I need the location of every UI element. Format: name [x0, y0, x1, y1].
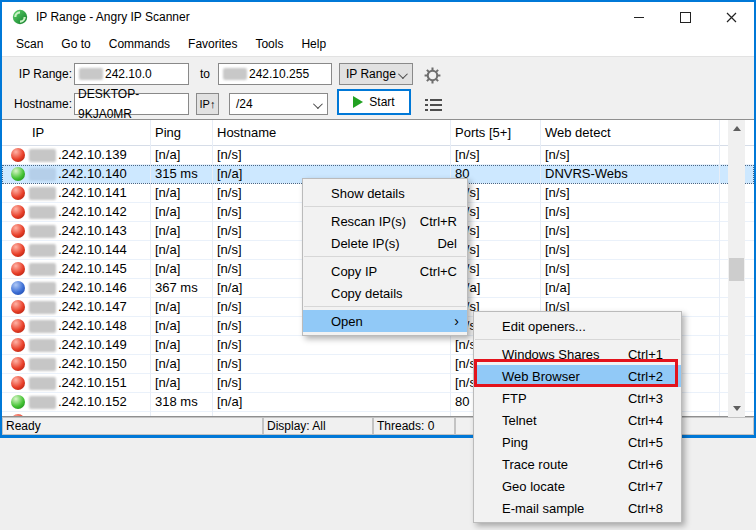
open-submenu-item-telnet-label: Telnet: [502, 413, 628, 428]
column-header-hostname[interactable]: Hostname: [212, 120, 455, 145]
hostname-label: Hostname:: [2, 93, 72, 115]
context-menu-item-delete-ip-s[interactable]: Delete IP(s)Del: [303, 232, 467, 254]
red-status-orb-icon: [11, 186, 25, 200]
menu-separator: [304, 306, 466, 307]
column-header-ports-5[interactable]: Ports [5+]: [450, 120, 545, 145]
title-bar[interactable]: IP Range - Angry IP Scanner: [2, 2, 754, 33]
vertical-scrollbar[interactable]: [728, 120, 745, 417]
chevron-down-icon: [398, 69, 408, 79]
cell-web-detect: [n/s]: [545, 203, 570, 221]
open-submenu-item-ping[interactable]: PingCtrl+5: [474, 431, 681, 453]
cell-ping: [n/a]: [155, 222, 180, 240]
open-submenu-item-web-browser-shortcut: Ctrl+2: [628, 369, 663, 384]
cell-web-detect: DNVRS-Webs: [545, 165, 628, 183]
cell-ip: .242.10.150: [58, 355, 127, 373]
context-menu-item-open[interactable]: Open›: [303, 310, 467, 332]
menubar-item-scan[interactable]: Scan: [7, 33, 52, 56]
table-row-242-10-139[interactable]: .242.10.139[n/a][n/s][n/s][n/s]: [2, 146, 754, 165]
red-status-orb-icon: [11, 243, 25, 257]
open-submenu-item-telnet-shortcut: Ctrl+4: [628, 413, 663, 428]
redacted-ip-prefix: [29, 377, 56, 390]
column-header-ping[interactable]: Ping: [150, 120, 217, 145]
ip-from-input[interactable]: 242.10.0: [74, 63, 189, 85]
cell-ip: .242.10.147: [58, 298, 127, 316]
open-submenu-item-web-browser[interactable]: Web BrowserCtrl+2: [474, 365, 681, 387]
close-icon: [726, 12, 737, 23]
context-menu-item-copy-details[interactable]: Copy details: [303, 282, 467, 304]
cell-ping: [n/a]: [155, 336, 180, 354]
red-status-orb-icon: [11, 205, 25, 219]
fetchers-button[interactable]: [423, 97, 443, 113]
open-submenu-item-trace-route[interactable]: Trace routeCtrl+6: [474, 453, 681, 475]
menubar-item-favorites[interactable]: Favorites: [179, 33, 246, 56]
menubar-item-go-to[interactable]: Go to: [52, 33, 99, 56]
netmask-value: /24: [236, 97, 253, 111]
context-menu-item-copy-details-label: Copy details: [331, 286, 457, 301]
open-submenu: Edit openers...Windows SharesCtrl+1Web B…: [473, 311, 682, 523]
menu-bar: ScanGo toCommandsFavoritesToolsHelp: [2, 33, 754, 56]
cell-ping: [n/a]: [155, 146, 180, 164]
redacted-ip-prefix: [29, 244, 56, 257]
open-submenu-item-edit-openers[interactable]: Edit openers...: [474, 315, 681, 337]
open-submenu-item-geo-locate-label: Geo locate: [502, 479, 628, 494]
scroll-down-button[interactable]: [728, 400, 745, 417]
feeder-select[interactable]: IP Range: [339, 63, 413, 85]
open-submenu-item-ftp-label: FTP: [502, 391, 628, 406]
cell-ip: .242.10.142: [58, 203, 127, 221]
maximize-button[interactable]: [662, 2, 708, 33]
open-submenu-item-windows-shares[interactable]: Windows SharesCtrl+1: [474, 343, 681, 365]
red-status-orb-icon: [11, 414, 25, 416]
open-submenu-item-ping-label: Ping: [502, 435, 628, 450]
netmask-select[interactable]: /24: [229, 93, 328, 115]
open-submenu-item-geo-locate[interactable]: Geo locateCtrl+7: [474, 475, 681, 497]
open-submenu-item-e-mail-sample[interactable]: E-mail sampleCtrl+8: [474, 497, 681, 519]
status-display: Display: All: [263, 417, 373, 435]
menubar-item-commands[interactable]: Commands: [100, 33, 179, 56]
cell-hostname: [n/s]: [217, 260, 242, 278]
cell-hostname: [n/s]: [217, 222, 242, 240]
hostname-input[interactable]: DESKTOP-9KJA0MR: [74, 93, 189, 115]
menubar-item-tools[interactable]: Tools: [246, 33, 292, 56]
ip-up-label: IP↑: [200, 98, 216, 110]
start-button[interactable]: Start: [337, 89, 411, 115]
open-submenu-item-trace-route-label: Trace route: [502, 457, 628, 472]
open-submenu-item-ftp-shortcut: Ctrl+3: [628, 391, 663, 406]
open-submenu-item-telnet[interactable]: TelnetCtrl+4: [474, 409, 681, 431]
cell-hostname: [n/s]: [217, 336, 242, 354]
ip-from-value: 242.10.0: [105, 64, 152, 84]
menubar-item-help[interactable]: Help: [292, 33, 335, 56]
minimize-button[interactable]: [616, 2, 662, 33]
ip-up-button[interactable]: IP↑: [196, 93, 219, 115]
menu-separator: [475, 339, 680, 340]
column-header-web-detect[interactable]: Web detect: [540, 120, 724, 145]
open-submenu-item-ftp[interactable]: FTPCtrl+3: [474, 387, 681, 409]
context-menu-item-delete-ip-s-label: Delete IP(s): [331, 236, 437, 251]
status-threads: Threads: 0: [373, 417, 455, 435]
submenu-arrow-icon: ›: [454, 310, 459, 332]
cell-ports: 80: [455, 393, 469, 411]
context-menu-item-copy-ip[interactable]: Copy IPCtrl+C: [303, 260, 467, 282]
cell-ping: [n/a]: [155, 203, 180, 221]
status-ready: Ready: [2, 417, 263, 435]
cell-hostname: [n/s]: [217, 203, 242, 221]
context-menu-item-rescan-ip-s[interactable]: Rescan IP(s)Ctrl+R: [303, 210, 467, 232]
cell-hostname: [n/s]: [217, 317, 242, 335]
scrollbar-thumb[interactable]: [729, 258, 744, 281]
red-status-orb-icon: [11, 224, 25, 238]
cell-ping: 318 ms: [155, 393, 198, 411]
redacted-ip-prefix: [29, 339, 56, 352]
hostname-value: DESKTOP-9KJA0MR: [78, 84, 188, 124]
window-title: IP Range - Angry IP Scanner: [36, 2, 190, 33]
preferences-button[interactable]: [421, 64, 443, 86]
ip-to-input[interactable]: 242.10.255: [218, 63, 332, 85]
cell-hostname: [n/s]: [217, 355, 242, 373]
cell-ping: 315 ms: [155, 165, 198, 183]
context-menu-item-show-details[interactable]: Show details: [303, 182, 467, 204]
open-submenu-item-e-mail-sample-label: E-mail sample: [502, 501, 628, 516]
close-button[interactable]: [708, 2, 754, 33]
cell-ping: [n/a]: [155, 241, 180, 259]
context-menu-item-show-details-label: Show details: [331, 186, 457, 201]
scroll-up-button[interactable]: [728, 120, 745, 137]
cell-hostname: [n/s]: [217, 146, 242, 164]
cell-ping: [n/a]: [155, 355, 180, 373]
